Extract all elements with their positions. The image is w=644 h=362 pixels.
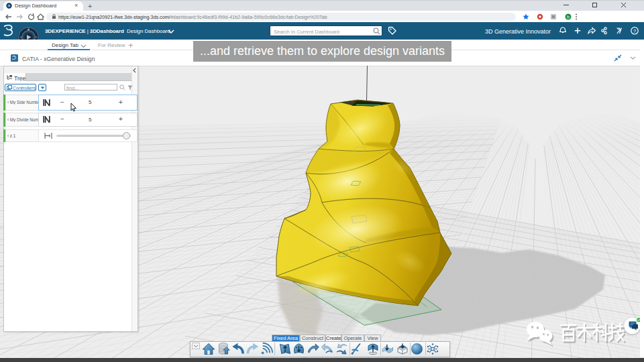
svg-text:?: ?: [633, 28, 637, 34]
svg-text:h: h: [567, 15, 570, 19]
